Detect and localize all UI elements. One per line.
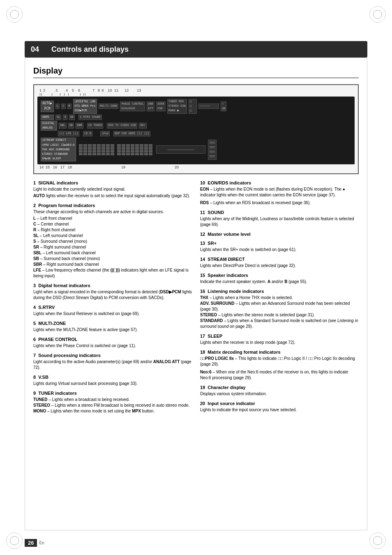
desc-1-title: 1 SIGNAL indicators (33, 180, 192, 185)
corner-decoration-br (369, 532, 386, 549)
desc-12-title: 12 Master volume level (200, 232, 359, 237)
desc-3-title: 3 Digital format indicators (33, 283, 192, 288)
desc-6-title: 6 PHASE CONTROL (33, 337, 192, 342)
desc-matrix-decoding: 18 Matrix decoding format indicators □□P… (200, 350, 359, 381)
desc-eon-rds: 10 EON/RDS indicators EON – Lights when … (200, 180, 359, 206)
desc-speaker-indicators: 15 Speaker indicators Indicate the curre… (200, 273, 359, 285)
chapter-number: 04 (31, 45, 43, 54)
desc-vsb: 8 V.SB Lights during Virtual surround ba… (33, 375, 192, 387)
desc-digital-format: 3 Digital format indicators Light when a… (33, 283, 192, 301)
section-title: Display (33, 66, 359, 78)
desc-phase-control: 6 PHASE CONTROL Lights when the Phase Co… (33, 337, 192, 349)
desc-multizone: 5 MULTI-ZONE Lights when the MULTI-ZONE … (33, 321, 192, 333)
descriptions-left: 1 SIGNAL indicators Light to indicate th… (33, 180, 192, 418)
desc-9-title: 9 TUNER indicators (33, 391, 192, 396)
desc-2-title: 2 Program format indicators (33, 203, 192, 208)
diagram-bottom-numbers: 14 15 16 17 18 19 20 (37, 164, 355, 170)
desc-8-title: 8 V.SB (33, 375, 192, 380)
desc-17-title: 17 SLEEP (200, 334, 359, 339)
diagram-ticks (37, 93, 355, 96)
desc-srtrv: 4 S.RTRV Lights when the Sound Retriever… (33, 305, 192, 317)
desc-tuner-indicators: 9 TUNER indicators TUNED – Lights when a… (33, 391, 192, 414)
desc-sound-processing: 7 Sound processing indicators Light acco… (33, 353, 192, 371)
main-content: Display 1 2 3 4 5 6 7 8 9 10 11 12 13 (25, 58, 367, 530)
desc-character-display: 19 Character display Displays various sy… (200, 385, 359, 397)
display-mockup: AUTO▶PCM L C R □DIGITAL □HDDTS WMA9 ProD… (37, 97, 355, 164)
page-title: Controls and displays (51, 45, 129, 54)
page-footer: 26 En (25, 539, 44, 547)
header-bar: 04 Controls and displays (25, 41, 367, 58)
desc-13-title: 13 SR+ (200, 241, 359, 246)
corner-decoration-tr (369, 6, 386, 23)
desc-sr-plus: 13 SR+ Lights when the SR+ mode is switc… (200, 241, 359, 253)
desc-10-title: 10 EON/RDS indicators (200, 180, 359, 185)
page-number: 26 (25, 539, 37, 547)
desc-14-title: 14 STREAM DIRECT (200, 257, 359, 262)
corner-decoration-tl (6, 6, 23, 23)
desc-signal-indicators: 1 SIGNAL indicators Light to indicate th… (33, 180, 192, 199)
desc-listening-mode: 16 Listening mode indicators THX – Light… (200, 289, 359, 329)
page-lang: En (39, 541, 44, 545)
diagram-top-numbers: 1 2 3 4 5 6 7 8 9 10 11 12 13 (37, 88, 355, 92)
desc-20-title: 20 Input source indicator (200, 401, 359, 406)
desc-19-title: 19 Character display (200, 385, 359, 390)
descriptions-right: 10 EON/RDS indicators EON – Lights when … (200, 180, 359, 418)
desc-11-title: 11 SOUND (200, 210, 359, 215)
desc-5-title: 5 MULTI-ZONE (33, 321, 192, 326)
corner-decoration-bl (6, 532, 23, 549)
desc-4-title: 4 S.RTRV (33, 305, 192, 310)
display-diagram: 1 2 3 4 5 6 7 8 9 10 11 12 13 (33, 84, 359, 174)
desc-sound: 11 SOUND Lights when any of the Midnight… (200, 210, 359, 228)
desc-15-title: 15 Speaker indicators (200, 273, 359, 278)
desc-18-title: 18 Matrix decoding format indicators (200, 350, 359, 355)
desc-sleep: 17 SLEEP Lights when the receiver is in … (200, 334, 359, 345)
desc-master-volume: 12 Master volume level (200, 232, 359, 237)
desc-input-source: 20 Input source indicator Lights to indi… (200, 401, 359, 413)
descriptions-container: 1 SIGNAL indicators Light to indicate th… (33, 180, 359, 418)
desc-stream-direct: 14 STREAM DIRECT Lights when Direct/Pure… (200, 257, 359, 269)
desc-16-title: 16 Listening mode indicators (200, 289, 359, 294)
desc-7-title: 7 Sound processing indicators (33, 353, 192, 358)
desc-program-format: 2 Program format indicators These change… (33, 203, 192, 279)
